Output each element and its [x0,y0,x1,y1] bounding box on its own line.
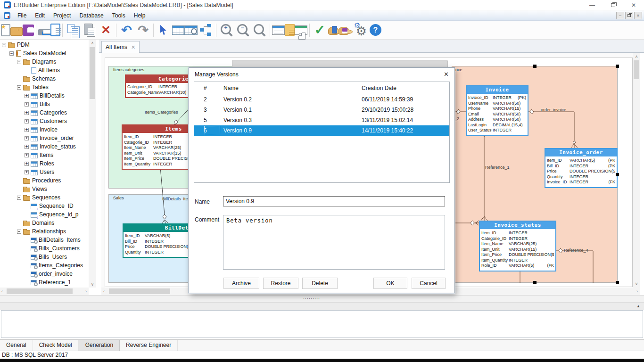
tree-item-procedures[interactable]: Procedures [0,176,89,185]
comment-textarea[interactable]: Beta version [223,215,445,270]
archive-button[interactable]: Archive [223,278,259,289]
expand-icon[interactable]: + [25,162,29,166]
footer-tab-generation[interactable]: Generation [79,340,120,351]
form-icon[interactable] [295,25,307,35]
collapse-panel-icon[interactable]: ▲ [636,304,640,308]
footer-tab-reverse-engineer[interactable]: Reverse Engineer [120,340,178,351]
expand-icon[interactable]: + [25,145,29,149]
tree-item-order-invoice[interactable]: order_invoice [0,270,89,278]
canvas-scroll-up-icon[interactable]: ∧ [635,54,638,59]
save-db-icon[interactable] [339,27,349,35]
collapse-icon[interactable]: − [17,230,21,234]
tree-scroll-right-icon[interactable]: › [85,289,87,294]
delete-icon[interactable] [98,22,114,38]
collapse-icon[interactable]: − [2,43,6,47]
mdi-close-button[interactable]: × [634,12,642,19]
tree-item-items-categories[interactable]: Items_Categories [0,261,89,270]
table-link-icon[interactable] [185,25,198,35]
expand-icon[interactable]: + [25,102,29,107]
zoom-in-icon[interactable] [218,22,235,38]
canvas-vscrollbar[interactable]: ∧ ∨ [633,53,640,288]
tree-item-reference-1[interactable]: Reference_1 [0,278,89,287]
tree-scroll-down-icon[interactable]: ∨ [91,282,94,287]
collapse-icon[interactable]: − [17,60,21,64]
canvas-scroll-down-icon[interactable]: ∨ [635,281,638,286]
tab-all-items[interactable]: All Items ✕ [101,41,140,53]
pointer-icon[interactable] [156,22,172,38]
tree-scroll-left-icon[interactable]: ‹ [1,289,3,294]
splitter-grip-dots[interactable]: ········· [303,296,320,301]
canvas-scroll-right-icon[interactable]: › [636,289,638,294]
tree-hscroll-thumb[interactable] [7,288,73,294]
restore-version-button[interactable]: Restore [263,278,298,289]
tree-item-bills-users[interactable]: Bills_Users [0,253,89,261]
diagram-icon[interactable] [198,22,214,38]
version-row-5[interactable]: 5Version 0.313/11/2019 15:02:14 [194,115,449,125]
tree-item-items[interactable]: +Items [0,151,89,159]
menu-project[interactable]: Project [49,10,75,20]
tree-vscrollbar[interactable]: ∧ ∨ [89,40,96,288]
selection-handle[interactable] [616,65,619,68]
tree-item-all-items[interactable]: All Items [0,66,89,74]
name-input[interactable] [223,196,445,206]
selection-handle[interactable] [616,281,619,284]
footer-tab-general[interactable]: General [0,340,33,351]
new-file-icon[interactable] [1,24,10,36]
zoom-icon[interactable] [251,22,268,38]
menu-help[interactable]: Help [130,10,150,20]
collapse-icon[interactable]: − [9,51,14,56]
tree-item-sales-datamodel[interactable]: −Sales DataModel [0,49,89,58]
tree-item-bills-customers[interactable]: Bills_Customers [0,244,89,253]
entity-invoice-status[interactable]: Invoice_statusItem_IDINTEGERCategorie_ID… [479,221,556,272]
cancel-button[interactable]: Cancel [412,278,446,289]
collapse-icon[interactable]: − [17,85,21,90]
open-folder-icon[interactable] [10,27,23,36]
tree-item-sequences[interactable]: −Sequences [0,193,89,202]
document-icon[interactable] [285,24,295,36]
save-icon[interactable] [23,25,34,36]
mdi-restore-button[interactable] [625,12,633,19]
print-icon[interactable] [38,29,50,35]
tree-item-customers[interactable]: +Customers [0,117,89,125]
table-icon[interactable] [172,25,185,35]
canvas-hscroll-thumb[interactable] [109,288,170,294]
tree-item-bills[interactable]: +Bills [0,100,89,108]
undo-icon[interactable] [118,22,135,38]
tree-item-billdetails[interactable]: +BillDetails [0,91,89,100]
tree-item-invoice-order[interactable]: +Invoice_order [0,134,89,142]
menu-tools[interactable]: Tools [108,10,130,20]
redo-icon[interactable] [135,22,151,38]
tree-item-tables[interactable]: −Tables [0,83,89,91]
report-icon[interactable] [50,24,60,36]
minimize-button[interactable]: — [582,0,603,10]
tree-scroll-up-icon[interactable]: ∧ [91,41,94,45]
copy-icon[interactable] [65,22,81,38]
version-row-3[interactable]: 3Version 0.129/10/2019 15:00:28 [194,105,449,115]
settings-icon[interactable] [353,22,370,38]
generate-db-icon[interactable] [328,27,339,35]
tree-item-sequence-id[interactable]: Sequence_ID [0,202,89,210]
mdi-minimize-button[interactable]: – [616,12,624,19]
tree-item-relationships[interactable]: −Relationships [0,227,89,236]
tree-item-domains[interactable]: Domains [0,219,89,227]
horizontal-splitter[interactable]: ········· [0,295,644,302]
expand-icon[interactable]: + [25,128,29,132]
canvas-vscroll-thumb[interactable] [634,60,639,79]
version-row-6[interactable]: 6Version 0.914/11/2019 15:40:22 [194,125,449,136]
selection-handle[interactable] [616,173,619,176]
tree-item-pdm[interactable]: −PDM [0,41,89,49]
tree-item-billdetails-items[interactable]: BillDetails_Items [0,236,89,244]
ok-button[interactable]: OK [373,278,407,289]
expand-icon[interactable]: + [25,170,29,174]
entity-invoice[interactable]: InvoiceInvoice_IDINTEGER(PK)UserNameVARC… [466,85,528,136]
restore-button[interactable] [603,0,623,10]
check-model-icon[interactable] [312,22,328,38]
help-icon[interactable] [370,24,381,36]
selection-handle[interactable] [533,281,537,284]
tree-item-sequence-id-p[interactable]: Sequence_id_p [0,210,89,219]
selection-handle[interactable] [533,65,537,68]
tree-item-invoice[interactable]: +Invoice [0,125,89,134]
menu-file[interactable]: File [13,10,31,20]
expand-icon[interactable]: + [25,94,29,98]
version-row-2[interactable]: 2Version 0.206/11/2019 14:59:39 [194,94,449,105]
